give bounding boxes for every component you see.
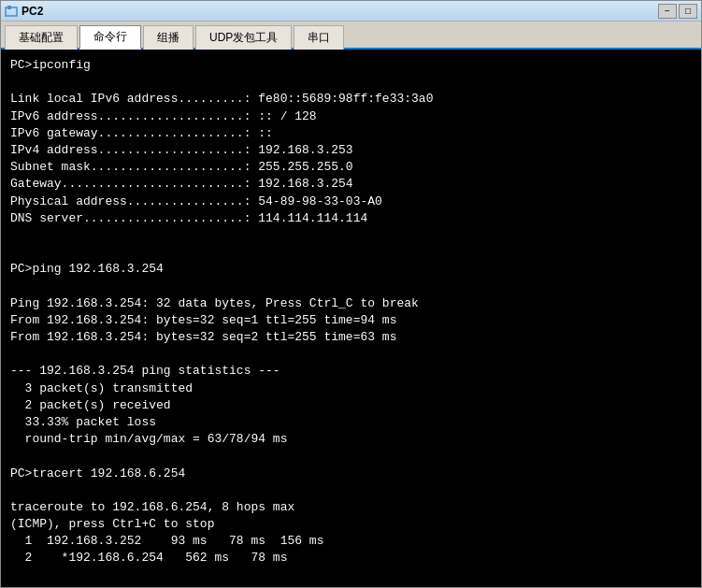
window-title: PC2 — [21, 5, 43, 18]
terminal-output: PC>ipconfig Link local IPv6 address.....… — [10, 57, 692, 587]
main-window: PC2 − □ 基础配置 命令行 组播 UDP发包工具 串口 PC>ipconf… — [0, 0, 702, 588]
tab-bar: 基础配置 命令行 组播 UDP发包工具 串口 — [1, 22, 701, 50]
tab-serial[interactable]: 串口 — [294, 25, 344, 50]
tab-basic[interactable]: 基础配置 — [5, 25, 78, 50]
title-bar-buttons: − □ — [658, 4, 697, 19]
maximize-button[interactable]: □ — [679, 4, 697, 19]
title-bar: PC2 − □ — [1, 1, 701, 22]
tab-cmd[interactable]: 命令行 — [79, 25, 141, 50]
window-icon — [5, 5, 18, 18]
svg-rect-1 — [7, 6, 11, 9]
minimize-button[interactable]: − — [658, 4, 677, 19]
tab-multicast[interactable]: 组播 — [143, 25, 193, 50]
tab-udp[interactable]: UDP发包工具 — [195, 25, 292, 50]
terminal-area[interactable]: PC>ipconfig Link local IPv6 address.....… — [1, 50, 701, 587]
title-bar-left: PC2 — [5, 5, 43, 18]
